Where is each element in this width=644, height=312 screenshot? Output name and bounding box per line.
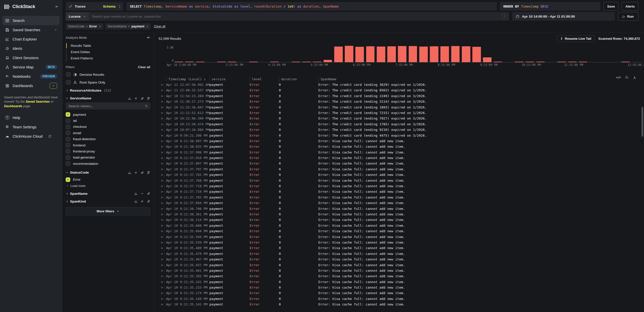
sidebar-item-chart-explorer[interactable]: Chart Explorer xyxy=(3,34,60,44)
schema-button[interactable]: Schema xyxy=(103,5,116,8)
row-expand-chevron[interactable]: > xyxy=(159,183,164,189)
histogram-bar[interactable] xyxy=(334,47,343,62)
histogram-bar[interactable] xyxy=(451,46,460,62)
filter-option[interactable]: ad xyxy=(66,118,150,124)
table-row[interactable]: >Apr 10 9:21:36.114 PMpaymentError0Error… xyxy=(159,217,644,223)
sidebar-item-alerts[interactable]: Alerts xyxy=(3,44,60,53)
clear-all-filters-link[interactable]: Clear all xyxy=(154,25,165,28)
row-expand-chevron[interactable]: > xyxy=(159,217,164,223)
histogram-bar[interactable] xyxy=(430,46,438,62)
filter-option[interactable]: load-generator xyxy=(66,154,150,161)
filter-option[interactable]: frontend xyxy=(66,142,150,148)
histogram-bar[interactable] xyxy=(175,62,183,62)
histogram-bar[interactable] xyxy=(270,62,279,62)
row-expand-chevron[interactable]: > xyxy=(159,296,164,302)
mode-event-deltas[interactable]: Event Deltas xyxy=(67,49,150,55)
histogram-bar[interactable] xyxy=(621,62,630,62)
checkbox[interactable] xyxy=(66,125,70,129)
chart-toggle-icon[interactable] xyxy=(128,97,131,100)
row-expand-chevron[interactable]: > xyxy=(159,82,164,88)
row-expand-chevron[interactable]: > xyxy=(159,127,164,133)
table-row[interactable]: >Apr 10 9:21:37.998 PMpaymentError0Error… xyxy=(159,150,644,155)
row-expand-chevron[interactable]: > xyxy=(159,285,164,290)
histogram-bar[interactable] xyxy=(409,46,417,62)
chart-toggle-icon[interactable] xyxy=(134,200,138,203)
table-row[interactable]: >Apr 10 9:21:35.149 PMpaymentError0Error… xyxy=(159,296,644,302)
chip-remove-icon[interactable]: × xyxy=(146,25,148,28)
table-row[interactable]: >Apr 10 9:21:36.708 PMpaymentError0Error… xyxy=(159,206,644,212)
row-expand-chevron[interactable]: > xyxy=(159,150,164,155)
histogram-bar[interactable] xyxy=(462,46,470,62)
row-expand-chevron[interactable]: > xyxy=(159,105,164,110)
filter-option[interactable]: frontend-proxy xyxy=(66,148,150,154)
histogram-bar[interactable] xyxy=(398,46,406,62)
chevron-down-icon[interactable] xyxy=(54,28,57,31)
filter-option[interactable]: ✓payment xyxy=(66,111,150,118)
row-expand-chevron[interactable]: > xyxy=(159,155,164,161)
filter-chip[interactable]: StatusCode=Error× xyxy=(66,23,103,29)
table-row[interactable]: >Apr 10 11:36:27.273 PMpaymentError0Erro… xyxy=(159,99,644,104)
filter-option[interactable]: checkout xyxy=(66,124,150,130)
checkbox[interactable] xyxy=(66,155,70,160)
table-row[interactable]: >Apr 10 9:21:35.233 PMpaymentError0Error… xyxy=(159,285,644,290)
table-row[interactable]: >Apr 10 9:21:35.604 PMpaymentError0Error… xyxy=(159,228,644,234)
row-expand-chevron[interactable]: > xyxy=(159,228,164,234)
table-row[interactable]: >Apr 10 9:21:37.718 PMpaymentError0Error… xyxy=(159,183,644,189)
source-selector[interactable]: Traces Schema xyxy=(66,2,123,11)
table-row[interactable]: >Apr 10 9:21:35.688 PMpaymentError0Error… xyxy=(159,223,644,228)
checkbox[interactable] xyxy=(66,131,70,135)
row-expand-chevron[interactable]: > xyxy=(159,268,164,274)
clear-filter-icon[interactable] xyxy=(147,171,150,174)
histogram-bar[interactable] xyxy=(185,62,194,62)
histogram-bar[interactable] xyxy=(355,47,364,62)
chart-toggle-icon[interactable] xyxy=(134,192,138,195)
row-expand-chevron[interactable]: > xyxy=(159,274,164,279)
histogram-bar[interactable] xyxy=(292,62,300,62)
save-button[interactable]: Save xyxy=(603,2,619,11)
table-row[interactable]: >Apr 10 9:21:35.479 PMpaymentError0Error… xyxy=(159,251,644,257)
row-expand-chevron[interactable]: > xyxy=(159,167,164,172)
column-header-duration[interactable]: duration xyxy=(279,76,318,82)
histogram-bar[interactable] xyxy=(472,47,481,62)
histogram-bar[interactable] xyxy=(557,62,566,62)
saved-searches-link[interactable]: Saved Searches xyxy=(26,100,50,103)
row-expand-chevron[interactable]: > xyxy=(159,302,164,307)
statuscode-header[interactable]: StatusCode xyxy=(66,171,150,174)
row-expand-chevron[interactable]: > xyxy=(159,116,164,121)
code-view-icon[interactable]: </> xyxy=(616,76,621,79)
row-expand-chevron[interactable]: > xyxy=(159,178,164,183)
clear-filter-icon[interactable] xyxy=(147,97,150,100)
date-range-picker[interactable]: Apr 10 14:00:00 - Apr 11 01:00:00 xyxy=(512,12,615,21)
pin-icon[interactable] xyxy=(147,200,150,203)
sidebar-item-clickhouse-cloud[interactable]: ☁ ClickHouse Cloud xyxy=(3,132,60,141)
histogram-bar[interactable] xyxy=(324,60,332,62)
mode-event-patterns[interactable]: Event Patterns xyxy=(67,55,150,61)
checkbox[interactable] xyxy=(66,143,70,147)
table-row[interactable]: >Apr 10 9:21:38.032 PMpaymentError0Error… xyxy=(159,144,644,149)
row-expand-chevron[interactable]: > xyxy=(159,110,164,116)
table-row[interactable]: >Apr 10 11:21:52.612 PMpaymentError0Erro… xyxy=(159,110,644,116)
add-filter-icon[interactable] xyxy=(140,200,144,203)
checkbox[interactable] xyxy=(66,72,71,77)
histogram-bar[interactable] xyxy=(387,46,396,62)
histogram-bar[interactable] xyxy=(249,62,258,62)
order-by-editor[interactable]: ORDER BY Timestamp DESC xyxy=(500,2,600,11)
table-row[interactable]: >Apr 10 9:21:35.241 PMpaymentError0Error… xyxy=(159,279,644,285)
filter-option[interactable]: ✓Error xyxy=(66,176,150,182)
checkbox[interactable] xyxy=(66,149,70,153)
row-expand-chevron[interactable]: > xyxy=(159,195,164,200)
histogram-bar[interactable] xyxy=(196,62,205,62)
table-row[interactable]: >Apr 10 9:21:37.807 PMpaymentError0Error… xyxy=(159,161,644,166)
sidebar-item-notebooks[interactable]: Notebooks PREVIEW xyxy=(3,72,60,81)
table-row[interactable]: >Apr 10 9:21:35.437 PMpaymentError0Error… xyxy=(159,262,644,268)
histogram-bar[interactable] xyxy=(483,57,491,62)
filter-option[interactable]: email xyxy=(66,130,150,136)
column-header-spanname[interactable]: SpanName xyxy=(318,76,644,82)
column-header-level[interactable]: level xyxy=(250,76,279,82)
row-expand-chevron[interactable]: > xyxy=(159,290,164,296)
table-row[interactable]: >Apr 10 9:21:35.489 PMpaymentError0Error… xyxy=(159,245,644,251)
table-header[interactable]: Timestamp (Local) ↓ service level durati… xyxy=(159,76,644,82)
row-expand-chevron[interactable]: > xyxy=(159,122,164,127)
denoise-results-toggle[interactable]: Denoise Results xyxy=(66,72,150,77)
table-row[interactable]: >Apr 10 10:07:16.984 PMpaymentError0Erro… xyxy=(159,127,644,133)
